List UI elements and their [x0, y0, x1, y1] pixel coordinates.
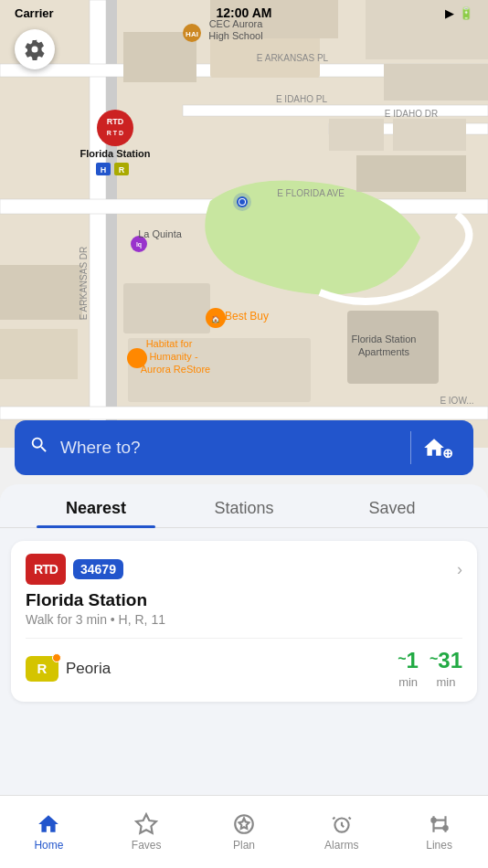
svg-point-58	[431, 819, 435, 822]
nav-lines[interactable]: Lines	[390, 812, 488, 852]
tab-stations[interactable]: Stations	[170, 499, 318, 527]
star-nav-icon	[134, 812, 158, 836]
location-icon: ▶	[445, 6, 454, 20]
svg-text:La Quinta: La Quinta	[138, 228, 183, 239]
svg-text:HAI: HAI	[186, 30, 198, 38]
svg-text:lq: lq	[136, 241, 142, 249]
home-nav-icon	[37, 812, 60, 836]
route-row[interactable]: R Peoria 1 min 31 min	[26, 638, 462, 689]
card-top-row: RTD 34679 ›	[26, 554, 462, 585]
search-divider	[410, 431, 411, 464]
tabs-row: Nearest Stations Saved	[0, 484, 488, 528]
svg-text:H: H	[101, 165, 107, 175]
svg-marker-55	[136, 814, 156, 833]
search-bar-container: Where to? ⊕	[0, 420, 488, 475]
battery-icon: 🔋	[459, 6, 473, 20]
svg-text:E IDAHO DR: E IDAHO DR	[385, 109, 438, 119]
nav-lines-label: Lines	[426, 839, 452, 852]
time-block-2: 31 min	[430, 648, 462, 689]
alert-dot-icon	[52, 653, 61, 662]
search-bar[interactable]: Where to? ⊕	[15, 420, 473, 475]
route-left: R Peoria	[26, 656, 111, 682]
svg-rect-15	[356, 155, 466, 192]
nav-plan[interactable]: Plan	[196, 812, 293, 852]
nav-faves-label: Faves	[132, 839, 162, 852]
route-label: R	[37, 661, 48, 676]
svg-point-59	[443, 826, 447, 830]
svg-rect-7	[0, 407, 488, 419]
svg-rect-13	[329, 119, 384, 151]
svg-text:R T D: R T D	[107, 130, 123, 136]
station-name: Florida Station	[26, 590, 462, 610]
svg-text:E IDAHO PL: E IDAHO PL	[276, 94, 328, 104]
svg-text:E FLORIDA AVE: E FLORIDA AVE	[277, 188, 345, 198]
nav-alarms-label: Alarms	[324, 839, 358, 852]
card-top-left: RTD 34679	[26, 554, 123, 585]
carrier-label: Carrier	[15, 6, 54, 20]
search-svg-icon	[29, 435, 49, 455]
station-walk-info: Walk for 3 min • H, R, 11	[26, 612, 462, 627]
tab-saved[interactable]: Saved	[318, 499, 466, 527]
svg-text:High School: High School	[208, 30, 262, 41]
svg-rect-14	[393, 119, 466, 151]
svg-point-32	[239, 199, 245, 205]
lines-nav-icon	[428, 812, 451, 836]
status-icons: ▶ 🔋	[445, 6, 473, 20]
map-view[interactable]: RTD R T D Florida Station H R lq La Quin…	[0, 0, 488, 448]
time-block-1: 1 min	[398, 648, 419, 689]
svg-text:R: R	[119, 165, 125, 175]
svg-text:Best Buy: Best Buy	[225, 310, 269, 323]
svg-rect-4	[183, 105, 488, 116]
svg-rect-12	[384, 64, 488, 101]
time-unit-2: min	[430, 675, 462, 689]
svg-text:Florida Station: Florida Station	[80, 148, 151, 159]
bottom-nav: Home Faves Plan Alarms Lines	[0, 795, 488, 868]
station-card[interactable]: RTD 34679 › Florida Station Walk for 3 m…	[11, 541, 477, 702]
time-unit-1: min	[398, 675, 419, 689]
home-add-button[interactable]: ⊕	[422, 436, 459, 460]
svg-rect-17	[0, 265, 82, 320]
status-bar: Carrier 12:00 AM ▶ 🔋	[0, 0, 488, 26]
svg-text:E ARKANSAS PL: E ARKANSAS PL	[257, 53, 329, 63]
arrival-time-1: 1	[398, 648, 419, 673]
tab-nearest[interactable]: Nearest	[22, 499, 170, 527]
svg-text:Aurora ReStore: Aurora ReStore	[141, 364, 210, 375]
svg-text:Apartments: Apartments	[358, 346, 410, 357]
plan-nav-icon	[232, 812, 256, 836]
svg-text:Florida Station: Florida Station	[352, 333, 417, 344]
nav-home[interactable]: Home	[0, 812, 98, 852]
route-times: 1 min 31 min	[398, 648, 462, 689]
svg-text:🏠: 🏠	[211, 314, 220, 323]
stop-number-badge: 34679	[73, 559, 123, 579]
route-name: Peoria	[66, 660, 111, 678]
nav-alarms[interactable]: Alarms	[292, 812, 390, 852]
svg-text:Habitat for: Habitat for	[146, 338, 193, 349]
nav-plan-label: Plan	[233, 839, 255, 852]
svg-rect-18	[0, 329, 78, 379]
svg-point-21	[97, 110, 133, 146]
gear-icon	[24, 38, 46, 60]
search-icon	[29, 435, 49, 460]
nav-faves[interactable]: Faves	[98, 812, 196, 852]
map-svg: RTD R T D Florida Station H R lq La Quin…	[0, 0, 488, 448]
svg-text:E ARKANSAS DR: E ARKANSAS DR	[79, 247, 89, 321]
route-badge: R	[26, 656, 58, 682]
time-label: 12:00 AM	[217, 5, 272, 20]
svg-text:E IOW...: E IOW...	[440, 396, 473, 406]
search-placeholder[interactable]: Where to?	[60, 438, 399, 458]
arrival-time-2: 31	[430, 648, 462, 673]
svg-rect-8	[123, 32, 196, 82]
svg-text:Humanity -: Humanity -	[149, 351, 198, 362]
nav-home-label: Home	[34, 839, 63, 852]
svg-rect-19	[123, 283, 210, 333]
plus-icon: ⊕	[442, 446, 453, 460]
rtd-logo: RTD	[26, 554, 66, 585]
alarm-nav-icon	[330, 812, 354, 836]
svg-text:RTD: RTD	[107, 117, 124, 126]
settings-button[interactable]	[15, 29, 55, 69]
chevron-right-icon: ›	[457, 560, 462, 579]
